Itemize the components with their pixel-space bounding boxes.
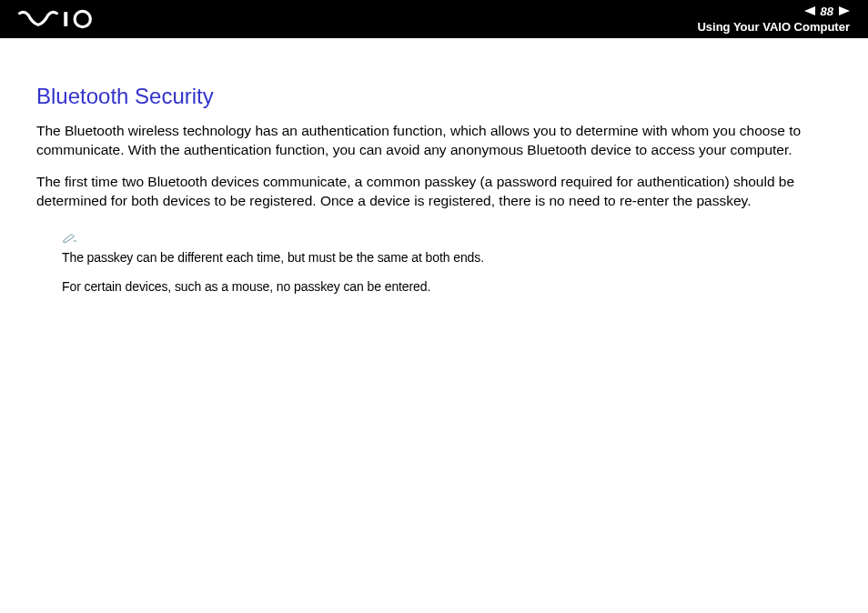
body-paragraph-1: The Bluetooth wireless technology has an… <box>36 122 832 160</box>
header-right: 88 Using Your VAIO Computer <box>697 5 850 34</box>
nav-prev-icon[interactable] <box>804 5 815 18</box>
note-section: The passkey can be different each time, … <box>62 231 832 295</box>
svg-rect-0 <box>64 12 67 26</box>
content-area: Bluetooth Security The Bluetooth wireles… <box>0 38 868 295</box>
page-header: 88 Using Your VAIO Computer <box>0 0 868 38</box>
nav-next-icon[interactable] <box>839 5 850 18</box>
header-section-title: Using Your VAIO Computer <box>697 20 850 34</box>
note-pencil-icon <box>62 231 832 247</box>
note-text-1: The passkey can be different each time, … <box>62 249 832 266</box>
vaio-logo <box>18 9 118 29</box>
svg-marker-2 <box>804 6 815 15</box>
svg-marker-3 <box>839 6 850 15</box>
note-text-2: For certain devices, such as a mouse, no… <box>62 278 832 295</box>
page-navigation: 88 <box>804 5 850 18</box>
svg-point-1 <box>75 11 90 26</box>
body-paragraph-2: The first time two Bluetooth devices com… <box>36 173 832 211</box>
page-title: Bluetooth Security <box>36 84 832 109</box>
page-number: 88 <box>821 5 833 18</box>
